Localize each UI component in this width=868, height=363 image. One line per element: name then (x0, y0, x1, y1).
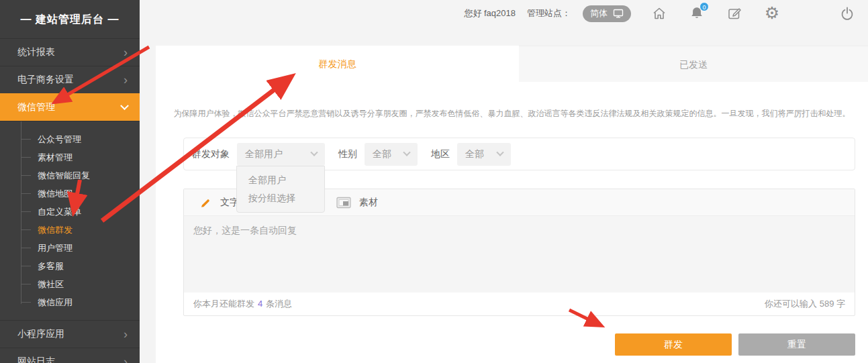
sidebar-item-label: 电子商务设置 (17, 74, 74, 86)
material-tool-button[interactable]: 素材 (336, 197, 378, 209)
send-button[interactable]: 群发 (615, 333, 732, 356)
sidebar-subitem-custom-menu[interactable]: 自定义菜单 (0, 203, 140, 221)
compose-icon[interactable] (726, 5, 742, 21)
chevron-down-icon (310, 148, 318, 156)
manage-site-label: 管理站点： (527, 7, 571, 19)
chevron-right-icon: › (124, 46, 128, 58)
topbar-icons: 0 ⚙ (651, 5, 855, 21)
sidebar-subitem-material[interactable]: 素材管理 (0, 148, 140, 166)
tab-sent[interactable]: 已发送 (519, 46, 868, 82)
chevron-right-icon: › (124, 356, 128, 363)
topbar: 您好 faq2018 管理站点： 简体 0 (140, 0, 868, 27)
sidebar-subitem-user-management[interactable]: 用户管理 (0, 239, 140, 257)
sidebar-item-wechat[interactable]: 微信管理 (0, 93, 140, 121)
monitor-icon (613, 9, 624, 18)
reset-button[interactable]: 重置 (738, 333, 855, 356)
message-text-input[interactable]: 您好，这是一条自动回复 (184, 216, 855, 293)
target-label: 群发对象 (192, 148, 230, 160)
remaining-chars-text: 你还可以输入 589 字 (765, 298, 845, 310)
sidebar-subitem-smart-reply[interactable]: 微信智能回复 (0, 166, 140, 185)
target-select-value: 全部用户 (245, 148, 283, 160)
sidebar-submenu-wechat: 公众号管理 素材管理 微信智能回复 微信地图 自定义菜单 微信群发 用户管理 多… (0, 121, 140, 320)
notifications-bell-icon[interactable]: 0 (689, 5, 705, 21)
material-tool-label: 素材 (359, 197, 378, 209)
chevron-down-icon (496, 148, 503, 156)
region-select-value: 全部 (465, 148, 484, 160)
main-panel: 群发消息 已发送 为保障用户体验，微信公众平台严禁恶意营销以及诱导分享朋友圈，严… (156, 46, 868, 363)
sidebar-item-stats[interactable]: 统计报表 › (0, 38, 140, 66)
chevron-down-icon (403, 148, 410, 156)
language-toggle-button[interactable]: 简体 (583, 5, 631, 22)
chevron-right-icon: › (124, 328, 128, 340)
sidebar-item-site-log[interactable]: 网站日志 › (0, 348, 140, 363)
sidebar: — 建站管理后台 — 统计报表 › 电子商务设置 › 微信管理 公众号管理 素材… (0, 0, 140, 363)
sidebar-subitem-wechat-map[interactable]: 微信地图 (0, 185, 140, 203)
target-select-dropdown: 全部用户 按分组选择 (236, 166, 325, 213)
user-greeting: 您好 faq2018 (464, 7, 516, 19)
pencil-icon (199, 196, 212, 209)
app-screen: — 建站管理后台 — 统计报表 › 电子商务设置 › 微信管理 公众号管理 素材… (0, 0, 868, 363)
sidebar-subitem-official-account[interactable]: 公众号管理 (0, 130, 140, 148)
sidebar-item-miniprogram[interactable]: 小程序应用 › (0, 320, 140, 348)
region-label: 地区 (431, 148, 450, 160)
gear-icon[interactable]: ⚙ (764, 5, 780, 21)
region-select[interactable]: 全部 (457, 143, 511, 166)
gender-select[interactable]: 全部 (365, 143, 418, 166)
language-label: 简体 (590, 7, 608, 19)
quota-count: 4 (258, 299, 262, 309)
chevron-down-icon (120, 101, 129, 110)
sidebar-item-label: 小程序应用 (17, 328, 64, 340)
gender-label: 性别 (338, 148, 357, 160)
monthly-quota-text: 你本月还能群发 4 条消息 (193, 298, 292, 310)
chevron-right-icon: › (124, 74, 128, 86)
target-select[interactable]: 全部用户 (237, 143, 325, 166)
notification-badge: 0 (700, 2, 709, 11)
editor-statusbar: 你本月还能群发 4 条消息 你还可以输入 589 字 (184, 293, 855, 315)
dropdown-option-all-users[interactable]: 全部用户 (237, 171, 324, 189)
power-icon[interactable] (839, 5, 855, 21)
gender-select-value: 全部 (373, 148, 391, 160)
app-title: — 建站管理后台 — (0, 0, 140, 38)
sidebar-item-ecommerce[interactable]: 电子商务设置 › (0, 66, 140, 93)
sidebar-item-label: 微信管理 (17, 101, 55, 113)
sidebar-item-label: 统计报表 (17, 46, 55, 58)
sidebar-subitem-multi-service[interactable]: 多客服 (0, 257, 140, 275)
policy-notice: 为保障用户体验，微信公众平台严禁恶意营销以及诱导分享朋友圈，严禁发布色情低俗、暴… (156, 108, 868, 119)
home-icon[interactable] (651, 5, 667, 21)
sidebar-subitem-micro-community[interactable]: 微社区 (0, 275, 140, 293)
sidebar-subitem-wechat-app[interactable]: 微信应用 (0, 293, 140, 311)
apps-grid-icon[interactable] (802, 5, 818, 21)
text-tool-button[interactable]: 文字 (199, 196, 239, 209)
sidebar-item-label: 网站日志 (17, 356, 55, 363)
material-icon (336, 197, 351, 209)
tab-mass-message[interactable]: 群发消息 (156, 46, 519, 82)
sidebar-subitem-mass-send[interactable]: 微信群发 (0, 221, 140, 239)
dropdown-option-by-group[interactable]: 按分组选择 (237, 189, 324, 207)
